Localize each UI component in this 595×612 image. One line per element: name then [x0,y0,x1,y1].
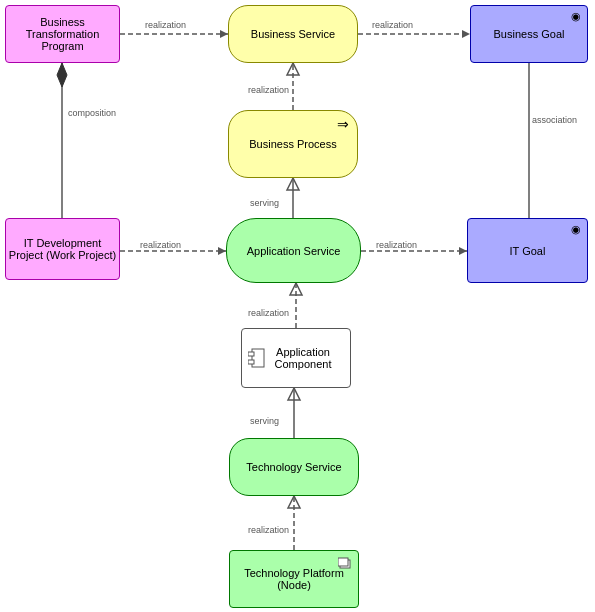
realization-label-6: realization [248,308,289,318]
it-dev-project-label: IT Development Project (Work Project) [6,237,119,261]
it-goal-corner-icon: ◉ [571,223,581,236]
it-goal-label: IT Goal [510,245,546,257]
svg-marker-20 [288,496,300,508]
svg-marker-14 [287,178,299,190]
serving-label-1: serving [250,198,279,208]
realization-label-5: realization [376,240,417,250]
realization-label-1: realization [145,20,186,30]
technology-platform-label: Technology Platform (Node) [230,567,358,591]
business-goal-label: Business Goal [494,28,565,40]
svg-marker-12 [287,63,299,75]
svg-marker-3 [220,30,228,38]
technology-service-label: Technology Service [246,461,341,473]
diagram-canvas: Business Transformation Program Business… [0,0,595,612]
realization-label-3: realization [248,85,289,95]
svg-marker-16 [290,283,302,295]
component-icon [248,347,266,369]
svg-marker-1 [57,63,67,87]
application-component-node: Application Component [241,328,351,388]
business-process-icon: ⇒ [337,116,349,132]
business-process-label: Business Process [249,138,336,150]
application-service-label: Application Service [247,245,341,257]
business-goal-corner-icon: ◉ [571,10,581,23]
it-dev-project-node: IT Development Project (Work Project) [5,218,120,280]
application-component-label: Application Component [256,346,350,370]
business-transformation-label: Business Transformation Program [6,16,119,52]
realization-label-2: realization [372,20,413,30]
serving-label-2: serving [250,416,279,426]
business-process-node: ⇒ Business Process [228,110,358,178]
business-service-label: Business Service [251,28,335,40]
technology-platform-node: Technology Platform (Node) [229,550,359,608]
node-icon [338,556,352,570]
business-goal-node: ◉ Business Goal [470,5,588,63]
realization-label-7: realization [248,525,289,535]
it-goal-node: ◉ IT Goal [467,218,588,283]
svg-rect-25 [338,558,348,566]
svg-marker-7 [462,30,470,38]
svg-marker-5 [218,247,226,255]
association-label: association [532,115,577,125]
business-service-node: Business Service [228,5,358,63]
arrows-layer [0,0,595,612]
svg-rect-22 [248,352,254,356]
svg-rect-23 [248,360,254,364]
business-transformation-node: Business Transformation Program [5,5,120,63]
svg-marker-10 [459,247,467,255]
realization-label-4: realization [140,240,181,250]
technology-service-node: Technology Service [229,438,359,496]
svg-marker-18 [288,388,300,400]
application-service-node: Application Service [226,218,361,283]
composition-label: composition [68,108,116,118]
